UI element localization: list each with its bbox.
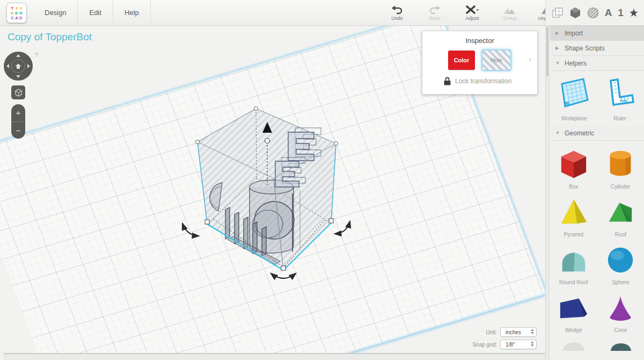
- menu-bar: Design Edit Help: [33, 0, 151, 26]
- home-view-button[interactable]: [11, 59, 25, 73]
- logo-letter: N: [19, 6, 23, 11]
- snap-grid-select[interactable]: 1/8": [500, 340, 537, 349]
- view-navigation: ? + −: [4, 52, 41, 139]
- panel-scrollbar[interactable]: [546, 26, 550, 360]
- logo-letter: R: [19, 11, 23, 16]
- menu-edit[interactable]: Edit: [78, 0, 113, 26]
- chevron-right-icon: ▶: [555, 31, 560, 35]
- redo-button[interactable]: Redo: [422, 3, 448, 21]
- section-import[interactable]: ▶ Import: [550, 26, 644, 41]
- pyramid-icon: [557, 197, 591, 228]
- shape-wedge[interactable]: Wedge: [550, 292, 597, 333]
- menu-design[interactable]: Design: [33, 0, 78, 26]
- section-shape-scripts[interactable]: ▶ Shape Scripts: [550, 41, 644, 56]
- stepper-icon: [531, 329, 534, 334]
- unit-label: Unit:: [486, 329, 497, 335]
- shape-roof[interactable]: Roof: [597, 197, 644, 237]
- hole-swatch-selected[interactable]: Hole: [481, 49, 511, 71]
- hole-shapes-icon[interactable]: [587, 7, 599, 19]
- lock-icon: [444, 77, 451, 85]
- sphere-icon: [603, 244, 638, 276]
- shape-sphere[interactable]: Sphere: [597, 244, 644, 285]
- group-button[interactable]: Group: [497, 3, 523, 21]
- edit-toolbar: Undo Redo Adjust Group: [384, 3, 560, 21]
- ruler-helper[interactable]: mm Ruler: [597, 76, 643, 121]
- orbit-down-arrow[interactable]: [16, 75, 20, 78]
- shape-round-roof[interactable]: Round Roof: [550, 244, 597, 285]
- help-icon[interactable]: ?: [35, 52, 38, 58]
- shape-cylinder[interactable]: Cylinder: [597, 149, 644, 190]
- top-toolbar: TIN KER CAD Design Edit Help Undo: [0, 0, 545, 26]
- home-icon: [15, 63, 21, 69]
- chevron-right-icon: ▶: [555, 46, 560, 51]
- tinkercad-app: TIN KER CAD Design Edit Help Undo: [0, 0, 644, 360]
- adjust-button[interactable]: Adjust: [459, 3, 485, 21]
- zoom-out-button[interactable]: −: [11, 122, 25, 139]
- roof-icon: [603, 197, 638, 228]
- group-icon: [497, 3, 523, 15]
- helper-label: Ruler: [597, 116, 643, 121]
- geometric-shapes-grid: Box Cylinder Pyramid: [550, 141, 644, 353]
- menu-help[interactable]: Help: [113, 0, 151, 26]
- grid-settings: Unit: inches Snap grid: 1/8": [472, 325, 537, 349]
- shape-pyramid[interactable]: Pyramid: [550, 197, 597, 237]
- stepper-icon: [531, 341, 534, 347]
- shape-partial-right[interactable]: [597, 340, 644, 353]
- logo-letter: T: [11, 6, 14, 11]
- inspector-collapse-icon[interactable]: ›: [529, 55, 531, 63]
- helpers-group: W Workplane mm Ruler: [550, 71, 644, 126]
- section-geometric[interactable]: ▼ Geometric: [550, 126, 644, 141]
- section-helpers[interactable]: ▼ Helpers: [550, 56, 644, 71]
- 3d-viewport[interactable]: Copy of TopperBot ? + − Ins: [0, 26, 545, 360]
- adjust-icon: [459, 3, 485, 15]
- zoom-in-button[interactable]: +: [11, 104, 25, 122]
- symbols-star-icon[interactable]: ★: [630, 7, 638, 19]
- shape-partial-left[interactable]: [550, 340, 597, 353]
- chevron-down-icon: ▼: [555, 61, 560, 66]
- snap-grid-label: Snap grid:: [472, 342, 497, 348]
- redo-icon: [422, 3, 448, 15]
- partial-shape-icon: [557, 340, 591, 351]
- numbers-icon[interactable]: 1: [618, 7, 624, 19]
- inspector-panel: Inspector Color Hole › Lock transformati…: [422, 31, 538, 95]
- svg-text:mm: mm: [620, 98, 627, 103]
- logo-letter: D: [19, 16, 23, 20]
- design-title: Copy of TopperBot: [8, 31, 92, 43]
- undo-button[interactable]: Undo: [384, 3, 410, 21]
- svg-text:W: W: [565, 100, 569, 106]
- selected-model[interactable]: [182, 107, 350, 279]
- logo-letter: I: [15, 6, 19, 11]
- shape-box[interactable]: Box: [550, 149, 597, 190]
- shape-category-bar: A 1 ★: [545, 0, 644, 26]
- wedge-icon: [557, 292, 591, 323]
- inspector-title: Inspector: [422, 37, 537, 45]
- shape-cone[interactable]: Cone: [597, 292, 644, 333]
- orbit-control[interactable]: ?: [4, 52, 33, 81]
- partial-shape-icon: [603, 340, 638, 351]
- undo-icon: [384, 3, 410, 15]
- box-icon: [557, 149, 591, 180]
- workplane-helper[interactable]: W Workplane: [551, 76, 597, 121]
- lock-transformation-label: Lock transformation: [455, 77, 511, 85]
- scrollbar-thumb[interactable]: [546, 27, 548, 76]
- orbit-up-arrow[interactable]: [16, 54, 20, 57]
- unit-select[interactable]: inches: [500, 327, 537, 337]
- lock-transformation-toggle[interactable]: Lock transformation: [444, 77, 537, 85]
- orbit-left-arrow[interactable]: [6, 64, 9, 68]
- color-swatch[interactable]: Color: [448, 51, 475, 70]
- logo-letter: E: [15, 11, 19, 16]
- tinkercad-logo[interactable]: TIN KER CAD: [6, 3, 27, 23]
- workplane-icon: W: [558, 76, 591, 112]
- letters-icon[interactable]: A: [605, 7, 612, 19]
- fit-cube-icon: [14, 89, 23, 97]
- ruler-icon: mm: [603, 76, 636, 112]
- cylinder-icon: [603, 149, 638, 180]
- workplane-grid-icon[interactable]: [552, 7, 564, 19]
- cone-icon: [603, 292, 638, 323]
- logo-letter: C: [11, 16, 14, 20]
- zoom-control: + −: [11, 104, 25, 139]
- chevron-down-icon: ▼: [555, 131, 560, 135]
- orbit-right-arrow[interactable]: [27, 64, 30, 68]
- solid-shapes-icon[interactable]: [569, 7, 581, 19]
- fit-view-button[interactable]: [11, 85, 25, 99]
